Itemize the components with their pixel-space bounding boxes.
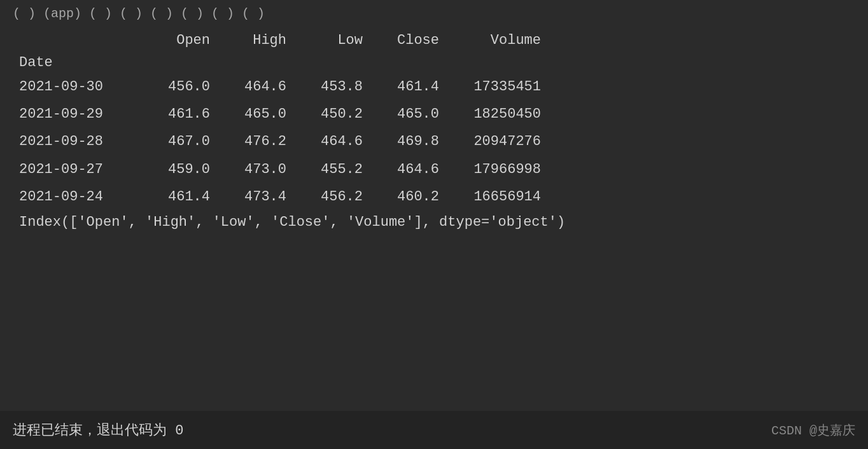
cell-volume: 17335451 — [452, 76, 554, 98]
cell-close: 461.4 — [375, 76, 452, 98]
cell-open: 461.4 — [146, 186, 223, 208]
cell-open: 461.6 — [146, 103, 223, 125]
watermark: CSDN @史嘉庆 — [771, 422, 855, 439]
col-header-high: High — [223, 32, 299, 48]
cell-low: 450.2 — [299, 103, 375, 125]
cell-date: 2021-09-24 — [19, 186, 146, 208]
col-header-volume: Volume — [452, 32, 554, 48]
cell-low: 453.8 — [299, 76, 375, 98]
cell-date: 2021-09-30 — [19, 76, 146, 98]
table-row: 2021-09-30 456.0 464.6 453.8 461.4 17335… — [13, 76, 855, 98]
col-header-low: Low — [299, 32, 375, 48]
cell-high: 465.0 — [223, 103, 299, 125]
cell-date: 2021-09-27 — [19, 158, 146, 181]
cell-volume: 17966998 — [452, 158, 554, 181]
cell-open: 467.0 — [146, 130, 223, 153]
cell-volume: 18250450 — [452, 103, 554, 125]
data-table: Open High Low Close Volume Date 2021-09-… — [13, 32, 855, 230]
cell-open: 459.0 — [146, 158, 223, 181]
cell-high: 473.0 — [223, 158, 299, 181]
cell-volume: 20947276 — [452, 130, 554, 153]
cell-low: 455.2 — [299, 158, 375, 181]
col-header-empty — [19, 32, 146, 48]
col-header-close: Close — [375, 32, 452, 48]
cell-close: 469.8 — [375, 130, 452, 153]
table-row: 2021-09-24 461.4 473.4 456.2 460.2 16656… — [13, 186, 855, 208]
table-rows: 2021-09-30 456.0 464.6 453.8 461.4 17335… — [13, 76, 855, 208]
cell-low: 456.2 — [299, 186, 375, 208]
cell-close: 460.2 — [375, 186, 452, 208]
cell-open: 456.0 — [146, 76, 223, 98]
cell-close: 464.6 — [375, 158, 452, 181]
index-line: Index(['Open', 'High', 'Low', 'Close', '… — [13, 214, 855, 230]
cell-high: 473.4 — [223, 186, 299, 208]
table-row: 2021-09-29 461.6 465.0 450.2 465.0 18250… — [13, 103, 855, 125]
table-row: 2021-09-27 459.0 473.0 455.2 464.6 17966… — [13, 158, 855, 181]
table-row: 2021-09-28 467.0 476.2 464.6 469.8 20947… — [13, 130, 855, 153]
cell-high: 476.2 — [223, 130, 299, 153]
cell-low: 464.6 — [299, 130, 375, 153]
col-header-open: Open — [146, 32, 223, 48]
cell-close: 465.0 — [375, 103, 452, 125]
terminal-window: ( ) (app) ( ) ( ) ( ) ( ) ( ) ( ) Open H… — [0, 0, 868, 449]
cell-high: 464.6 — [223, 76, 299, 98]
exit-text: 进程已结束，退出代码为 0 — [13, 420, 183, 439]
cell-date: 2021-09-28 — [19, 130, 146, 153]
table-header-row: Open High Low Close Volume — [13, 32, 855, 48]
cell-volume: 16656914 — [452, 186, 554, 208]
date-index-label: Date — [13, 55, 855, 71]
bottom-bar: 进程已结束，退出代码为 0 CSDN @史嘉庆 — [0, 411, 868, 449]
cell-date: 2021-09-29 — [19, 103, 146, 125]
top-bar: ( ) (app) ( ) ( ) ( ) ( ) ( ) ( ) — [13, 6, 855, 21]
